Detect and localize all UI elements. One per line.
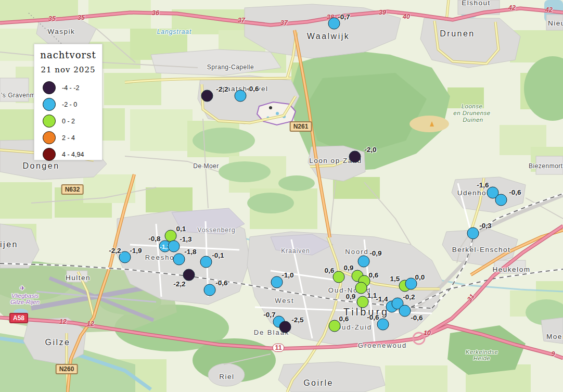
legend-item: 0 - 2 bbox=[34, 115, 102, 128]
legend-item-label: 2 - 4 bbox=[62, 134, 75, 142]
frost-point[interactable] bbox=[119, 251, 131, 263]
frost-point[interactable] bbox=[279, 321, 291, 333]
legend-item: 2 - 4 bbox=[34, 131, 102, 144]
frost-point[interactable] bbox=[358, 256, 370, 268]
frost-point[interactable] bbox=[357, 296, 369, 308]
frost-point[interactable] bbox=[168, 241, 180, 252]
frost-point[interactable] bbox=[200, 256, 212, 268]
legend-item: -2 - 0 bbox=[34, 98, 102, 111]
legend-swatch-orange bbox=[43, 131, 56, 144]
legend-swatch-darkred bbox=[43, 148, 56, 161]
legend-item-label: 4 - 4,94 bbox=[62, 151, 84, 158]
frost-point[interactable] bbox=[495, 194, 507, 206]
frost-point[interactable] bbox=[333, 271, 345, 283]
legend-swatch-blue bbox=[43, 98, 56, 111]
frost-point[interactable] bbox=[201, 90, 213, 102]
legend-item-label: 0 - 2 bbox=[62, 118, 75, 125]
legend-title: nachtvorst bbox=[34, 49, 102, 60]
legend-item-label: -2 - 0 bbox=[62, 101, 77, 108]
legend-swatch-dark bbox=[43, 81, 56, 94]
legend-item-label: -4 - -2 bbox=[62, 84, 79, 92]
frost-point[interactable] bbox=[329, 320, 341, 332]
legend-item: 4 - 4,94 bbox=[34, 148, 102, 161]
legend-date: 21 nov 2025 bbox=[34, 65, 102, 74]
map-viewport[interactable]: WaalwijkDrunenDongenTilburgGoirleGilzeRi… bbox=[0, 0, 563, 392]
frost-point[interactable] bbox=[349, 151, 361, 163]
frost-point[interactable] bbox=[328, 18, 340, 30]
legend-rows: -4 - -2 -2 - 0 0 - 2 2 - 4 4 - 4,94 bbox=[34, 81, 102, 161]
frost-point[interactable] bbox=[405, 278, 417, 290]
legend-panel: nachtvorst 21 nov 2025 -4 - -2 -2 - 0 0 … bbox=[34, 44, 103, 160]
frost-point[interactable] bbox=[377, 319, 389, 331]
legend-item: -4 - -2 bbox=[34, 81, 102, 94]
frost-point[interactable] bbox=[173, 254, 185, 265]
frost-point[interactable] bbox=[271, 276, 283, 288]
legend-swatch-green bbox=[43, 115, 56, 128]
frost-point[interactable] bbox=[235, 90, 247, 102]
frost-point[interactable] bbox=[204, 284, 216, 296]
frost-point[interactable] bbox=[355, 282, 367, 294]
frost-point[interactable] bbox=[183, 269, 195, 281]
frost-point[interactable] bbox=[467, 227, 479, 239]
frost-point[interactable] bbox=[399, 305, 411, 317]
